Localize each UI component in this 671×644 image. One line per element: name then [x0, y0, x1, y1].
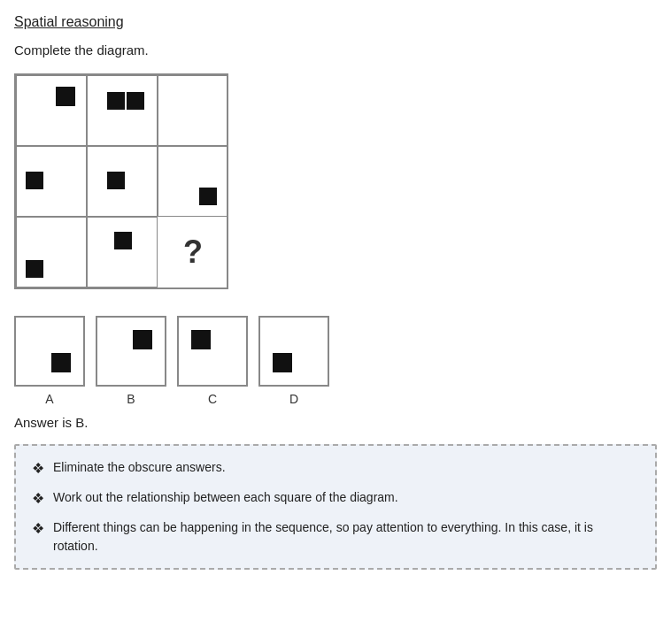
option-cell-d: [258, 316, 329, 387]
option-b: B: [96, 316, 166, 406]
square-d: [273, 353, 292, 372]
option-cell-b: [96, 316, 166, 387]
grid-cell-2-2-qmark: ?: [158, 217, 228, 288]
grid-cell-0-2: [158, 75, 228, 146]
option-d: D: [258, 316, 329, 406]
option-label-c: C: [208, 392, 217, 406]
square-1-1: [107, 172, 125, 189]
grid-cell-2-1: [87, 217, 158, 288]
instruction-text: Complete the diagram.: [14, 42, 657, 58]
grid-cell-1-0: [16, 146, 87, 217]
hint-item-1: ❖ Eliminate the obscure answers.: [32, 458, 639, 479]
square-2-1: [114, 232, 132, 249]
option-label-b: B: [127, 392, 135, 406]
square-b: [133, 330, 152, 349]
grid-cell-2-0: [16, 217, 87, 288]
option-cell-c: [177, 316, 248, 387]
option-cell-a: [14, 316, 85, 387]
hint-box: ❖ Eliminate the obscure answers. ❖ Work …: [14, 444, 657, 570]
square-a: [51, 353, 71, 372]
square-1-2: [199, 188, 217, 205]
page-title: Spatial reasoning: [14, 14, 657, 30]
square-0-0: [56, 87, 75, 106]
square-c: [191, 330, 211, 349]
hint-item-2: ❖ Work out the relationship between each…: [32, 488, 639, 510]
bullet-3: ❖: [32, 518, 44, 540]
bullet-1: ❖: [32, 458, 44, 479]
main-diagram-grid: ?: [14, 73, 228, 289]
square-2-0: [26, 260, 43, 278]
option-c: C: [177, 316, 248, 406]
grid-cell-0-0: [16, 75, 87, 146]
grid-cell-1-2: [158, 146, 228, 217]
hint-text-3: Different things can be happening in the…: [53, 518, 639, 556]
grid-cell-1-1: [87, 146, 158, 217]
square-1-0: [26, 172, 43, 189]
grid-cell-0-1: [87, 75, 158, 146]
option-a: A: [14, 316, 85, 406]
option-label-a: A: [45, 392, 53, 406]
hint-item-3: ❖ Different things can be happening in t…: [32, 518, 639, 556]
hint-text-1: Eliminate the obscure answers.: [53, 458, 226, 477]
bullet-2: ❖: [32, 488, 44, 510]
hint-text-2: Work out the relationship between each s…: [53, 488, 398, 507]
answer-text: Answer is B.: [14, 415, 657, 430]
options-row: A B C D: [14, 316, 657, 406]
square-0-1a: [107, 92, 125, 110]
square-0-1b: [127, 92, 144, 110]
option-label-d: D: [289, 392, 298, 406]
